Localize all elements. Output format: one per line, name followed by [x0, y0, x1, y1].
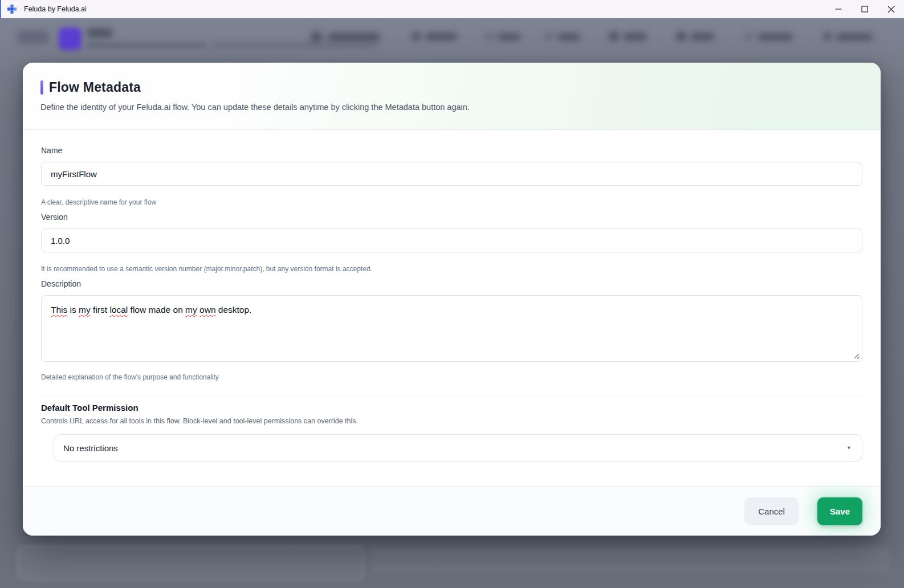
blurred-toolbar-button — [425, 33, 457, 40]
permission-select[interactable]: No restrictions ▼ — [54, 434, 862, 462]
blurred-flow-path — [211, 43, 376, 47]
blurred-toolbar-icon — [823, 32, 832, 40]
blurred-flow-icon — [59, 27, 82, 50]
textarea-resize-handle[interactable] — [853, 352, 860, 359]
dialog-subtitle: Define the identity of your Feluda.ai fl… — [40, 103, 862, 112]
name-helper: A clear, descriptive name for your flow — [41, 198, 862, 206]
blurred-toolbar-icon — [609, 31, 619, 42]
blurred-toolbar-icon — [412, 32, 421, 41]
blurred-toolbar-icon — [545, 32, 553, 40]
blurred-toolbar-icon — [311, 31, 322, 43]
description-helper: Detailed explanation of the flow's purpo… — [41, 373, 862, 381]
blurred-toolbar-button — [498, 34, 520, 40]
minimize-icon — [835, 6, 842, 13]
window-controls — [825, 0, 904, 18]
title-bar: Feluda by Feluda.ai — [0, 0, 904, 18]
window-title: Feluda by Feluda.ai — [24, 5, 87, 13]
maximize-button[interactable] — [852, 0, 878, 18]
name-input[interactable] — [41, 162, 862, 186]
description-label: Description — [41, 279, 862, 288]
blurred-flow-title — [87, 28, 113, 38]
version-helper: It is recommended to use a semantic vers… — [41, 265, 862, 273]
blurred-toolbar-button — [758, 34, 793, 40]
description-textarea[interactable]: This is my first local flow made on my o… — [41, 295, 862, 362]
flow-metadata-dialog: Flow Metadata Define the identity of you… — [23, 63, 881, 536]
dialog-body: Name A clear, descriptive name for your … — [23, 130, 881, 486]
dialog-footer: Cancel Save — [23, 486, 881, 536]
blurred-back-button — [17, 30, 49, 44]
close-icon — [887, 6, 895, 13]
blurred-toolbar-button — [836, 34, 873, 40]
maximize-icon — [861, 6, 868, 13]
blurred-toolbar-icon — [676, 31, 686, 42]
name-label: Name — [41, 146, 862, 155]
permission-label: Default Tool Permission — [41, 403, 862, 413]
section-divider — [41, 395, 862, 395]
permission-helper: Controls URL access for all tools in thi… — [41, 417, 862, 425]
blurred-toolbar-icon — [744, 32, 752, 40]
minimize-button[interactable] — [825, 0, 852, 18]
dialog-header: Flow Metadata Define the identity of you… — [23, 63, 881, 130]
cancel-button[interactable]: Cancel — [744, 497, 799, 525]
blurred-toolbar-button — [623, 33, 647, 40]
version-label: Version — [41, 213, 862, 222]
blurred-toolbar-button — [328, 33, 380, 41]
blurred-toolbar-button — [557, 34, 580, 40]
permission-selected-value: No restrictions — [63, 443, 118, 453]
chevron-down-icon: ▼ — [846, 445, 852, 451]
blurred-toolbar-icon — [486, 32, 494, 40]
close-button[interactable] — [878, 0, 904, 18]
title-accent-bar — [40, 80, 43, 95]
blurred-toolbar-button — [690, 33, 714, 40]
blurred-flow-subtitle — [87, 43, 206, 48]
blurred-bottom-panel — [17, 545, 365, 581]
version-input[interactable] — [41, 228, 862, 252]
dialog-title: Flow Metadata — [49, 80, 141, 95]
feluda-logo-icon — [7, 4, 17, 14]
blurred-bottom-strip — [370, 547, 889, 573]
save-button[interactable]: Save — [817, 497, 862, 525]
